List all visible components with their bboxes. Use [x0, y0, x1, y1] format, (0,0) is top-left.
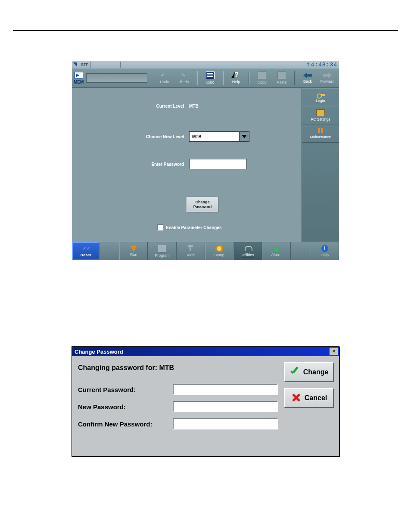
mem-label: MEM [74, 80, 84, 84]
help-button[interactable]: Help [226, 69, 246, 87]
mode-indicator: STP [81, 62, 89, 67]
enable-parameter-changes-checkbox[interactable] [157, 224, 163, 230]
tools-label: Tools [186, 253, 195, 257]
dialog-title: Change Password [75, 348, 123, 355]
current-level-value: MTB [189, 104, 199, 109]
program-icon [158, 245, 166, 252]
calc-label: Calc [206, 80, 214, 84]
run-label: Run [130, 252, 137, 257]
change-password-button[interactable]: Change Password [187, 197, 218, 212]
titlebar-separator [79, 62, 79, 68]
setup-icon [215, 245, 223, 252]
dialog-titlebar: Change Password × [72, 347, 339, 356]
help-footer-button[interactable]: Help [311, 242, 339, 260]
address-field[interactable] [86, 73, 147, 83]
arrow-right-icon [323, 72, 332, 78]
cancel-button[interactable]: Cancel [284, 388, 334, 408]
alarm-button[interactable]: Alarm [262, 242, 290, 260]
program-button[interactable]: Program [148, 242, 176, 260]
copy-icon [258, 72, 266, 79]
titlebar-separator [90, 62, 91, 68]
copy-label: Copy [257, 80, 266, 84]
tools-button[interactable]: Tools [177, 242, 205, 260]
change-password-label: Change Password [193, 200, 212, 209]
mem-button[interactable]: MEM [74, 72, 84, 84]
run-button[interactable]: Run [119, 242, 148, 260]
change-button[interactable]: Change [284, 362, 334, 382]
toolbar-divider [249, 71, 249, 85]
clock: 14:48:34 [307, 62, 339, 68]
reset-label: Reset [81, 253, 91, 257]
utilities-label: Utilities [242, 253, 254, 257]
current-password-label: Current Password: [78, 386, 173, 393]
utilities-button[interactable]: Utilities [234, 242, 262, 260]
back-label: Back [303, 79, 312, 84]
pc-settings-icon [316, 109, 325, 116]
check-icon [290, 367, 300, 377]
reset-icon [82, 245, 90, 252]
cross-icon [291, 393, 301, 403]
change-button-label: Change [303, 368, 329, 376]
cancel-button-label: Cancel [305, 394, 327, 402]
confirm-new-password-input[interactable] [173, 418, 278, 429]
program-label: Program [155, 253, 170, 258]
undo-label: Undo [160, 80, 169, 84]
help-footer-label: Help [321, 253, 329, 257]
sidebar-maintenance-label: Maintenance [310, 135, 331, 139]
enable-parameter-changes-label: Enable Parameter Changes [166, 225, 222, 230]
forward-button[interactable]: Forward [318, 69, 337, 87]
login-panel: Current Level MTB Choose New Level MTB E… [72, 88, 302, 242]
current-level-label: Current Level [72, 104, 189, 109]
new-password-input[interactable] [173, 401, 278, 412]
login-screen: STP 14:48:34 MEM Undo [72, 61, 339, 260]
footer-gap [291, 242, 311, 260]
current-password-input[interactable] [173, 384, 278, 395]
toolbar-divider [197, 71, 198, 85]
paste-label: Paste [277, 80, 286, 84]
paste-button[interactable]: Paste [272, 69, 292, 87]
help-cursor-icon [232, 72, 240, 79]
mem-icon [75, 72, 83, 79]
help-label: Help [232, 80, 240, 84]
redo-label: Redo [180, 80, 189, 84]
toolbar-divider [223, 71, 224, 85]
calc-button[interactable]: Calc [200, 69, 220, 87]
titlebar-separator [120, 62, 121, 68]
sidebar-login-button[interactable]: Login [302, 88, 339, 106]
redo-button[interactable]: Redo [174, 69, 194, 87]
choose-new-level-label: Choose New Level [72, 134, 189, 139]
app-corner-icon [73, 62, 77, 67]
setup-label: Setup [214, 253, 224, 257]
confirm-new-password-label: Confirm New Password: [78, 420, 173, 428]
run-icon [130, 246, 137, 252]
password-input[interactable] [189, 159, 247, 169]
undo-button[interactable]: Undo [155, 69, 174, 87]
sidebar-login-label: Login [316, 99, 325, 103]
alarm-label: Alarm [271, 252, 282, 257]
copy-button[interactable]: Copy [252, 69, 272, 87]
chevron-down-icon [239, 132, 249, 141]
reset-button[interactable]: Reset [72, 242, 100, 260]
setup-button[interactable]: Setup [205, 242, 234, 260]
sidebar-pc-settings-label: PC Settings [311, 117, 330, 121]
maintenance-icon [317, 128, 324, 134]
sidebar-pc-settings-button[interactable]: PC Settings [302, 106, 339, 124]
toolbar-divider [294, 71, 295, 85]
alarm-icon [274, 246, 279, 252]
close-button[interactable]: × [330, 348, 338, 355]
right-sidebar: Login PC Settings Maintenance [302, 88, 339, 242]
tools-icon [187, 245, 195, 252]
key-icon [317, 92, 324, 98]
choose-new-level-select[interactable]: MTB [189, 131, 249, 142]
back-button[interactable]: Back [298, 69, 318, 87]
window-titlebar: STP 14:48:34 [72, 61, 339, 68]
sidebar-maintenance-button[interactable]: Maintenance [302, 124, 339, 143]
info-icon [321, 245, 328, 252]
undo-icon [161, 72, 168, 79]
footer-gap [100, 242, 119, 260]
calculator-icon [206, 72, 215, 79]
close-icon: × [333, 348, 335, 354]
forward-label: Forward [320, 79, 334, 84]
choose-new-level-value: MTB [192, 134, 202, 139]
new-password-label: New Password: [78, 403, 173, 411]
